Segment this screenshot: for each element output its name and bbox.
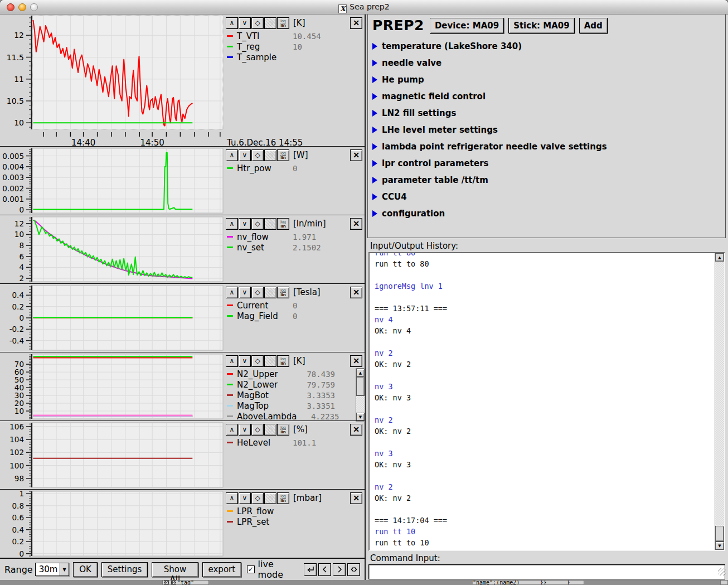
settings-button[interactable]: Settings xyxy=(101,562,148,577)
legend-item[interactable]: Current0 xyxy=(226,300,364,311)
scroll-up-icon[interactable]: ▲ xyxy=(356,369,365,377)
chevron-down-icon[interactable]: ▼ xyxy=(60,563,69,576)
legend-item[interactable]: Htr_pow0 xyxy=(226,163,364,173)
legend-item[interactable]: MagTop3.3351 xyxy=(226,400,353,411)
log-lin-toggle[interactable]: loglin xyxy=(277,17,289,29)
log-lin-toggle[interactable]: loglin xyxy=(277,218,289,230)
scale-up-button[interactable]: ∧ xyxy=(226,355,238,367)
svg-text:0: 0 xyxy=(19,549,24,558)
page-left-button[interactable] xyxy=(318,563,331,576)
section-row[interactable]: lambda point refrigerator needle valve s… xyxy=(368,138,725,155)
stick-button[interactable]: Stick: MA09 xyxy=(508,18,575,33)
legend-item[interactable]: LPR_set xyxy=(226,516,364,527)
ok-button[interactable]: OK xyxy=(73,562,98,577)
close-chart-button[interactable]: ✕ xyxy=(350,424,362,436)
log-lin-toggle[interactable]: loglin xyxy=(277,424,289,436)
scale-down-button[interactable]: ∨ xyxy=(239,17,251,29)
expand-range-button[interactable] xyxy=(347,563,360,576)
export-button[interactable]: export xyxy=(202,562,242,577)
autoscale-button[interactable]: ◇ xyxy=(251,149,264,161)
scroll-down-icon[interactable]: ▼ xyxy=(356,413,365,421)
autoscale-button[interactable]: ◇ xyxy=(251,424,264,436)
autoscale-button[interactable]: ◇ xyxy=(251,17,264,29)
section-row[interactable]: configuration xyxy=(368,205,725,222)
close-chart-button[interactable]: ✕ xyxy=(350,287,362,298)
scale-down-button[interactable]: ∨ xyxy=(239,492,251,504)
log-lin-toggle[interactable]: loglin xyxy=(277,492,289,504)
legend-item[interactable]: T_VTI10.454 xyxy=(226,31,364,41)
legend-item[interactable]: LPR_flow xyxy=(226,506,364,516)
section-row[interactable]: LHe level meter settings xyxy=(368,122,725,138)
scrollbar-thumb[interactable] xyxy=(715,526,724,542)
autoscale-button[interactable]: ◇ xyxy=(251,492,264,504)
legend-item[interactable]: N2_Upper78.439 xyxy=(226,369,353,379)
live-mode-checkbox[interactable]: ✓ xyxy=(247,565,255,573)
scrollbar-track[interactable] xyxy=(356,396,365,413)
scrollbar-track[interactable] xyxy=(715,262,724,526)
close-chart-button[interactable]: ✕ xyxy=(350,492,362,504)
scale-down-button[interactable]: ∨ xyxy=(239,287,251,298)
scale-up-button[interactable]: ∧ xyxy=(226,149,238,161)
legend-item[interactable]: N2_Lower79.759 xyxy=(226,379,353,390)
section-row[interactable]: temperature (LakeShore 340) xyxy=(368,38,725,55)
scale-down-button[interactable]: ∨ xyxy=(239,218,251,230)
section-row[interactable]: parameter table /tt/tm xyxy=(368,172,725,188)
section-row[interactable]: magnetic field control xyxy=(368,88,725,105)
series-color-dash xyxy=(227,373,233,375)
scale-down-button[interactable]: ∨ xyxy=(239,424,251,436)
legend-scrollbar[interactable]: ▲▼ xyxy=(356,368,365,422)
device-panel: PREP2 Device: MA09 Stick: MA09 Add tempe… xyxy=(367,14,726,238)
page-right-button[interactable] xyxy=(333,563,346,576)
close-chart-button[interactable]: ✕ xyxy=(350,355,362,367)
io-line: run tt 80 xyxy=(375,253,715,258)
section-row[interactable]: He pump xyxy=(368,71,725,88)
scale-down-button[interactable]: ∨ xyxy=(239,149,251,161)
legend-item[interactable]: MagBot3.3353 xyxy=(226,390,353,400)
resize-grip[interactable] xyxy=(718,568,726,576)
log-lin-toggle[interactable]: loglin xyxy=(277,287,289,298)
close-chart-button[interactable]: ✕ xyxy=(350,149,362,161)
legend-item[interactable]: Mag_Field0 xyxy=(226,311,364,321)
scrollbar-thumb[interactable] xyxy=(356,377,365,396)
add-button[interactable]: Add xyxy=(579,18,608,33)
terminal-scrollbar[interactable]: ▲ ▼ xyxy=(715,253,724,550)
titlebar[interactable]: XSea prep2 xyxy=(0,0,728,14)
svg-text:40: 40 xyxy=(14,383,24,392)
close-chart-button[interactable]: ✕ xyxy=(350,218,362,230)
autoscale-button[interactable]: ◇ xyxy=(251,218,264,230)
legend-item[interactable]: HeLevel101.1 xyxy=(226,437,364,448)
log-lin-toggle[interactable]: loglin xyxy=(277,149,289,161)
scroll-up-icon[interactable]: ▲ xyxy=(715,253,724,262)
legend-item[interactable]: nv_set2.1502 xyxy=(226,242,364,253)
series-color-dash xyxy=(227,304,233,306)
autoscale-button[interactable]: ◇ xyxy=(251,355,264,367)
legend-item[interactable]: T_reg10 xyxy=(226,41,364,52)
log-lin-toggle[interactable]: loglin xyxy=(277,355,289,367)
log-label: log xyxy=(280,426,285,429)
scale-up-button[interactable]: ∧ xyxy=(226,17,238,29)
command-input[interactable] xyxy=(368,564,725,579)
section-label: LHe level meter settings xyxy=(382,125,498,135)
scale-up-button[interactable]: ∧ xyxy=(226,424,238,436)
range-label: Range xyxy=(4,564,33,575)
autoscale-button[interactable]: ◇ xyxy=(251,287,264,298)
scale-up-button[interactable]: ∧ xyxy=(226,492,238,504)
scale-up-button[interactable]: ∧ xyxy=(226,287,238,298)
device-button[interactable]: Device: MA09 xyxy=(430,18,504,33)
section-row[interactable]: needle valve xyxy=(368,55,725,71)
scale-up-button[interactable]: ∧ xyxy=(226,218,238,230)
legend-item[interactable]: nv_flow1.971 xyxy=(226,231,364,242)
io-history-terminal[interactable]: run tt 80run tt to 80 ignoreMsg lnv 1 ==… xyxy=(368,252,725,551)
legend-item[interactable]: T_sample xyxy=(226,52,364,62)
section-row[interactable]: lpr control parameters xyxy=(368,155,725,172)
jump-latest-button[interactable] xyxy=(304,563,317,576)
range-select[interactable]: 30m ▼ xyxy=(35,563,69,576)
show-all-button[interactable]: Show All xyxy=(152,562,198,577)
section-row[interactable]: LN2 fill settings xyxy=(368,105,725,122)
scroll-down-icon[interactable]: ▼ xyxy=(715,542,724,550)
scale-down-button[interactable]: ∨ xyxy=(239,355,251,367)
section-row[interactable]: CCU4 xyxy=(368,188,725,205)
close-chart-button[interactable]: ✕ xyxy=(350,17,362,29)
series-color-dash xyxy=(227,236,233,238)
svg-text:0.005: 0.005 xyxy=(2,152,24,161)
